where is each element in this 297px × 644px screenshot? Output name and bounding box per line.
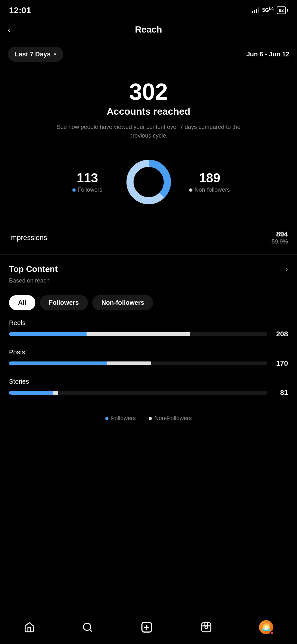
- non-followers-label: Non-followers: [187, 187, 232, 193]
- followers-stat: 113 Followers: [65, 171, 110, 193]
- bar-inner-reels: [9, 332, 267, 336]
- legend-non-followers: Non-Followers: [149, 415, 192, 422]
- bar-value-stories: 81: [272, 389, 288, 397]
- bar-inner-stories: [9, 391, 267, 395]
- status-bar: 12:01 5GUC 92: [0, 0, 297, 19]
- battery-indicator: 92: [277, 6, 288, 14]
- nav-home[interactable]: [24, 622, 35, 633]
- profile-notification-dot: [270, 631, 274, 635]
- bar-white-posts: [107, 361, 151, 365]
- signal-bar-4: [258, 7, 259, 13]
- bar-blue-stories: [9, 391, 53, 395]
- date-dropdown-label: Last 7 Days: [15, 51, 51, 58]
- battery-level: 92: [277, 6, 286, 14]
- filter-tab-non-followers[interactable]: Non-followers: [92, 295, 153, 310]
- bottom-nav: 🌅: [0, 614, 297, 644]
- legend-followers-dot-icon: [105, 417, 108, 420]
- back-button[interactable]: ‹: [8, 25, 11, 35]
- top-content-titles: Top Content: [9, 264, 58, 274]
- date-range: Jun 6 - Jun 12: [246, 51, 289, 58]
- page-header: ‹ Reach: [0, 19, 297, 40]
- non-followers-stat: 189 Non-followers: [187, 171, 232, 193]
- bar-white-stories: [53, 391, 58, 395]
- donut-svg: [123, 156, 174, 208]
- bar-label-posts: Posts: [9, 349, 288, 356]
- battery-tip-icon: [287, 9, 288, 12]
- nav-search[interactable]: [82, 622, 93, 633]
- non-followers-dot-icon: [189, 188, 192, 192]
- bar-blue-reels: [9, 332, 87, 336]
- status-time: 12:01: [9, 5, 31, 15]
- bar-label-stories: Stories: [9, 378, 288, 385]
- bar-white-reels: [87, 332, 190, 336]
- date-filter-bar: Last 7 Days ▾ Jun 6 - Jun 12: [0, 40, 297, 67]
- nav-reels[interactable]: [201, 622, 212, 633]
- page-title: Reach: [135, 24, 162, 35]
- bar-blue-posts: [9, 361, 107, 365]
- bar-content-posts: 170: [9, 359, 288, 368]
- top-content-title: Top Content: [9, 264, 58, 274]
- impressions-label: Impressions: [9, 234, 47, 242]
- filter-tab-followers[interactable]: Followers: [40, 295, 88, 310]
- reels-icon: [201, 622, 212, 633]
- chevron-right-icon: ›: [285, 264, 288, 274]
- accounts-reached-section: 302 Accounts reached See how people have…: [0, 67, 297, 147]
- chevron-down-icon: ▾: [54, 51, 56, 57]
- signal-bar-2: [254, 10, 255, 13]
- top-content-header[interactable]: Top Content ›: [0, 255, 297, 276]
- bar-row-reels: Reels 208: [9, 319, 288, 338]
- top-content-subtitle: Based on reach: [0, 277, 297, 292]
- impressions-row: Impressions 894 -59.9%: [0, 221, 297, 254]
- followers-dot-icon: [72, 188, 76, 192]
- legend-row: Followers Non-Followers: [0, 407, 297, 431]
- bar-content-stories: 81: [9, 389, 288, 397]
- signal-bar-1: [252, 11, 253, 13]
- nav-add[interactable]: [140, 621, 153, 634]
- network-label: 5GUC: [262, 7, 274, 13]
- donut-section: 113 Followers 189 Non-followers: [0, 147, 297, 221]
- donut-chart: [123, 156, 174, 208]
- add-icon: [140, 621, 153, 634]
- status-icons: 5GUC 92: [252, 6, 288, 14]
- home-icon: [24, 622, 35, 633]
- date-dropdown[interactable]: Last 7 Days ▾: [8, 47, 63, 62]
- legend-followers-label: Followers: [111, 415, 136, 422]
- followers-count: 113: [65, 171, 110, 185]
- bar-content-reels: 208: [9, 330, 288, 338]
- filter-tabs: All Followers Non-followers: [0, 292, 297, 319]
- followers-label: Followers: [65, 187, 110, 193]
- bar-track-stories: [9, 391, 267, 395]
- signal-bars-icon: [252, 7, 259, 13]
- bar-inner-posts: [9, 361, 267, 365]
- non-followers-count: 189: [187, 171, 232, 185]
- accounts-number: 302: [9, 80, 288, 103]
- bar-label-reels: Reels: [9, 319, 288, 327]
- accounts-label: Accounts reached: [9, 106, 288, 117]
- legend-non-followers-label: Non-Followers: [154, 415, 192, 422]
- signal-bar-3: [256, 9, 257, 13]
- impressions-values: 894 -59.9%: [270, 230, 288, 245]
- accounts-description: See how people have viewed your content …: [55, 123, 242, 140]
- bar-section: Reels 208 Posts 170 Stories: [0, 319, 297, 397]
- bar-row-stories: Stories 81: [9, 378, 288, 397]
- nav-spacer: [0, 431, 297, 470]
- legend-non-followers-dot-icon: [149, 417, 152, 420]
- search-icon: [82, 622, 93, 633]
- nav-profile[interactable]: 🌅: [259, 620, 273, 634]
- bar-row-posts: Posts 170: [9, 349, 288, 368]
- legend-followers: Followers: [105, 415, 136, 422]
- impressions-number: 894: [270, 230, 288, 238]
- bar-value-reels: 208: [272, 330, 288, 338]
- bar-value-posts: 170: [272, 359, 288, 368]
- svg-line-4: [90, 630, 92, 631]
- bar-track-reels: [9, 332, 267, 336]
- filter-tab-all[interactable]: All: [9, 295, 35, 310]
- svg-rect-8: [202, 623, 211, 632]
- impressions-change: -59.9%: [270, 238, 288, 245]
- bar-track-posts: [9, 361, 267, 365]
